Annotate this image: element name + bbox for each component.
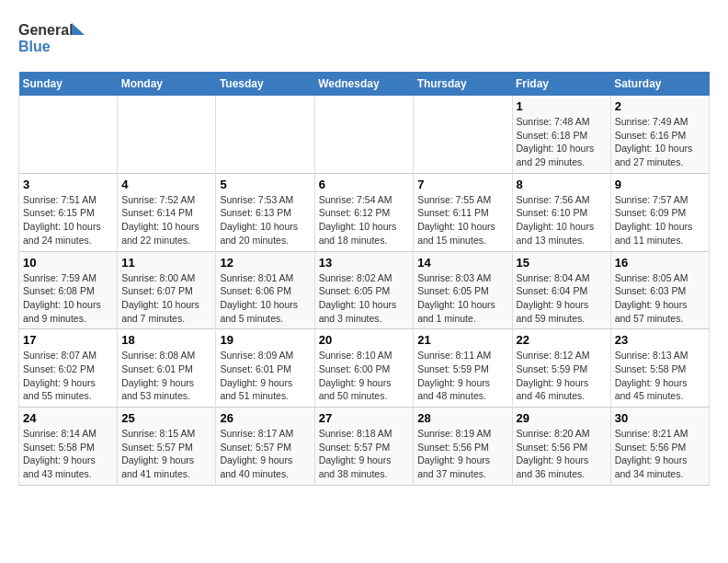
weekday-header-thursday: Thursday [414,72,512,96]
day-number: 2 [615,99,705,113]
day-info: Sunrise: 8:18 AM Sunset: 5:57 PM Dayligh… [319,427,410,481]
day-info: Sunrise: 8:21 AM Sunset: 5:56 PM Dayligh… [615,427,705,481]
day-info: Sunrise: 8:01 AM Sunset: 6:06 PM Dayligh… [220,271,310,326]
calendar-cell: 14Sunrise: 8:03 AM Sunset: 6:05 PM Dayli… [414,251,512,329]
calendar-cell: 25Sunrise: 8:15 AM Sunset: 5:57 PM Dayli… [118,408,216,486]
calendar-week-row: 17Sunrise: 8:07 AM Sunset: 6:02 PM Dayli… [19,329,710,408]
page-header: GeneralBlue [18,18,710,63]
day-info: Sunrise: 8:10 AM Sunset: 6:00 PM Dayligh… [319,349,410,403]
day-number: 15 [517,256,607,270]
day-info: Sunrise: 8:20 AM Sunset: 5:56 PM Dayligh… [517,427,607,481]
calendar-cell: 5Sunrise: 7:53 AM Sunset: 6:13 PM Daylig… [216,173,314,251]
logo-wrapper: GeneralBlue [18,18,92,63]
day-info: Sunrise: 8:15 AM Sunset: 5:57 PM Dayligh… [121,427,211,481]
day-info: Sunrise: 8:02 AM Sunset: 6:05 PM Dayligh… [319,271,410,326]
calendar-cell [414,96,512,173]
calendar-cell: 12Sunrise: 8:01 AM Sunset: 6:06 PM Dayli… [216,251,314,329]
day-number: 30 [615,411,705,425]
weekday-header-tuesday: Tuesday [216,72,314,96]
calendar-cell [19,96,118,173]
day-info: Sunrise: 8:19 AM Sunset: 5:56 PM Dayligh… [417,427,507,481]
day-info: Sunrise: 8:07 AM Sunset: 6:02 PM Dayligh… [23,349,113,403]
calendar-cell: 8Sunrise: 7:56 AM Sunset: 6:10 PM Daylig… [512,173,610,251]
calendar-cell: 4Sunrise: 7:52 AM Sunset: 6:14 PM Daylig… [118,173,216,251]
day-info: Sunrise: 8:00 AM Sunset: 6:07 PM Dayligh… [121,271,211,326]
calendar-cell [314,96,414,173]
calendar-cell: 28Sunrise: 8:19 AM Sunset: 5:56 PM Dayli… [414,408,512,486]
calendar-cell: 20Sunrise: 8:10 AM Sunset: 6:00 PM Dayli… [314,329,414,408]
day-info: Sunrise: 7:51 AM Sunset: 6:15 PM Dayligh… [23,193,113,247]
day-info: Sunrise: 7:57 AM Sunset: 6:09 PM Dayligh… [615,193,705,247]
day-number: 13 [319,256,410,270]
day-number: 9 [615,178,705,191]
day-number: 7 [417,178,507,191]
calendar-cell: 18Sunrise: 8:08 AM Sunset: 6:01 PM Dayli… [118,329,216,408]
weekday-header-monday: Monday [118,72,216,96]
weekday-header-sunday: Sunday [19,72,118,96]
day-info: Sunrise: 8:05 AM Sunset: 6:03 PM Dayligh… [615,271,705,326]
day-number: 10 [23,256,113,270]
day-number: 6 [319,178,410,191]
calendar-week-row: 24Sunrise: 8:14 AM Sunset: 5:58 PM Dayli… [19,408,710,486]
day-number: 20 [319,333,410,347]
calendar-cell: 23Sunrise: 8:13 AM Sunset: 5:58 PM Dayli… [610,329,709,408]
calendar-cell: 9Sunrise: 7:57 AM Sunset: 6:09 PM Daylig… [610,173,709,251]
day-info: Sunrise: 7:55 AM Sunset: 6:11 PM Dayligh… [417,193,507,247]
weekday-header-friday: Friday [512,72,610,96]
day-number: 18 [121,333,211,347]
day-info: Sunrise: 8:09 AM Sunset: 6:01 PM Dayligh… [220,349,310,403]
day-info: Sunrise: 8:13 AM Sunset: 5:58 PM Dayligh… [615,349,705,403]
day-info: Sunrise: 8:08 AM Sunset: 6:01 PM Dayligh… [121,349,211,403]
calendar-cell: 7Sunrise: 7:55 AM Sunset: 6:11 PM Daylig… [414,173,512,251]
calendar-cell [216,96,314,173]
calendar-cell: 15Sunrise: 8:04 AM Sunset: 6:04 PM Dayli… [512,251,610,329]
day-number: 29 [517,411,607,425]
calendar-cell: 29Sunrise: 8:20 AM Sunset: 5:56 PM Dayli… [512,408,610,486]
calendar-cell: 3Sunrise: 7:51 AM Sunset: 6:15 PM Daylig… [19,173,118,251]
day-number: 27 [319,411,410,425]
calendar-cell: 17Sunrise: 8:07 AM Sunset: 6:02 PM Dayli… [19,329,118,408]
calendar-cell: 22Sunrise: 8:12 AM Sunset: 5:59 PM Dayli… [512,329,610,408]
calendar-cell: 26Sunrise: 8:17 AM Sunset: 5:57 PM Dayli… [216,408,314,486]
day-info: Sunrise: 7:48 AM Sunset: 6:18 PM Dayligh… [517,115,607,169]
day-info: Sunrise: 8:04 AM Sunset: 6:04 PM Dayligh… [517,271,607,326]
day-info: Sunrise: 8:11 AM Sunset: 5:59 PM Dayligh… [417,349,507,403]
calendar-cell: 11Sunrise: 8:00 AM Sunset: 6:07 PM Dayli… [118,251,216,329]
calendar-cell: 13Sunrise: 8:02 AM Sunset: 6:05 PM Dayli… [314,251,414,329]
weekday-header-wednesday: Wednesday [314,72,414,96]
calendar-cell: 10Sunrise: 7:59 AM Sunset: 6:08 PM Dayli… [19,251,118,329]
calendar-header-row: SundayMondayTuesdayWednesdayThursdayFrid… [19,72,710,96]
day-number: 14 [417,256,507,270]
calendar-week-row: 1Sunrise: 7:48 AM Sunset: 6:18 PM Daylig… [19,96,710,173]
day-number: 28 [417,411,507,425]
weekday-header-saturday: Saturday [610,72,709,96]
day-info: Sunrise: 8:12 AM Sunset: 5:59 PM Dayligh… [517,349,607,403]
day-number: 5 [220,178,310,191]
day-number: 1 [517,99,607,113]
day-number: 3 [23,178,113,191]
calendar-cell: 6Sunrise: 7:54 AM Sunset: 6:12 PM Daylig… [314,173,414,251]
calendar-cell: 24Sunrise: 8:14 AM Sunset: 5:58 PM Dayli… [19,408,118,486]
day-info: Sunrise: 8:14 AM Sunset: 5:58 PM Dayligh… [23,427,113,481]
day-info: Sunrise: 7:49 AM Sunset: 6:16 PM Dayligh… [615,115,705,169]
day-info: Sunrise: 7:52 AM Sunset: 6:14 PM Dayligh… [121,193,211,247]
calendar-cell: 16Sunrise: 8:05 AM Sunset: 6:03 PM Dayli… [610,251,709,329]
day-number: 16 [615,256,705,270]
calendar-cell: 27Sunrise: 8:18 AM Sunset: 5:57 PM Dayli… [314,408,414,486]
calendar-cell: 1Sunrise: 7:48 AM Sunset: 6:18 PM Daylig… [512,96,610,173]
day-info: Sunrise: 7:53 AM Sunset: 6:13 PM Dayligh… [220,193,310,247]
svg-text:Blue: Blue [18,39,51,54]
day-info: Sunrise: 8:17 AM Sunset: 5:57 PM Dayligh… [220,427,310,481]
day-number: 23 [615,333,705,347]
calendar-table: SundayMondayTuesdayWednesdayThursdayFrid… [18,72,710,486]
day-number: 11 [121,256,211,270]
day-number: 8 [517,178,607,191]
day-info: Sunrise: 7:54 AM Sunset: 6:12 PM Dayligh… [319,193,410,247]
day-number: 17 [23,333,113,347]
calendar-cell: 19Sunrise: 8:09 AM Sunset: 6:01 PM Dayli… [216,329,314,408]
calendar-cell: 30Sunrise: 8:21 AM Sunset: 5:56 PM Dayli… [610,408,709,486]
calendar-cell: 21Sunrise: 8:11 AM Sunset: 5:59 PM Dayli… [414,329,512,408]
day-number: 25 [121,411,211,425]
day-number: 12 [220,256,310,270]
day-number: 26 [220,411,310,425]
